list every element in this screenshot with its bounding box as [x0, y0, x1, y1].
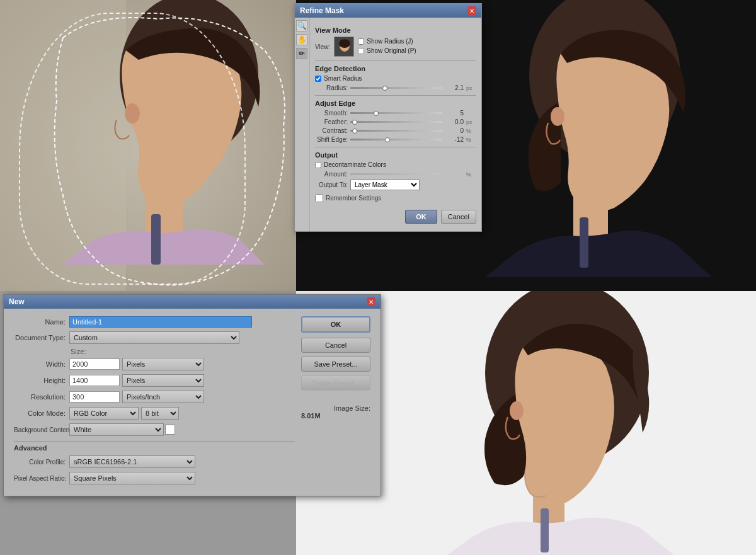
smooth-label: Smooth:: [315, 110, 348, 117]
photo-top-left: [0, 0, 296, 291]
name-row: Name:: [14, 316, 295, 328]
smart-radius-row: Smart Radius: [315, 75, 476, 82]
new-cancel-button[interactable]: Cancel: [301, 338, 370, 353]
size-text: Size:: [71, 348, 86, 355]
adjust-edge-header: Adjust Edge: [315, 100, 476, 107]
edge-detection-header: Edge Detection: [315, 65, 476, 72]
radius-thumb[interactable]: [382, 86, 387, 91]
new-dialog-close-button[interactable]: ✕: [367, 297, 375, 306]
height-unit-select[interactable]: Pixels: [122, 374, 204, 387]
refine-dialog-buttons: OK Cancel: [315, 207, 476, 226]
resolution-unit-select[interactable]: Pixels/Inch: [122, 391, 204, 403]
doc-type-label: Document Type:: [14, 334, 69, 341]
bg-contents-select[interactable]: White: [69, 423, 164, 436]
refine-dialog-title: Refine Mask: [300, 6, 344, 15]
feather-row: Feather: 0.0 px: [315, 118, 476, 125]
image-size-value: 8.01M: [301, 412, 370, 420]
width-input[interactable]: [69, 358, 120, 370]
color-profile-label: Color Profile:: [14, 459, 69, 466]
remember-label: Remember Settings: [326, 195, 381, 202]
radius-slider[interactable]: [350, 87, 442, 89]
name-label: Name:: [14, 318, 69, 326]
height-input[interactable]: [69, 375, 120, 386]
doc-type-select[interactable]: Custom: [69, 331, 239, 344]
view-mode-header: View Mode: [315, 26, 476, 34]
smart-radius-label: Smart Radius: [324, 75, 362, 82]
shift-edge-unit: %: [466, 137, 476, 143]
contrast-slider[interactable]: [350, 130, 442, 132]
output-to-row: Output To: Layer Mask: [315, 180, 476, 190]
svg-rect-2: [0, 0, 126, 291]
decontaminate-label: Decontaminate Colors: [324, 161, 386, 168]
smooth-row: Smooth: 5: [315, 110, 476, 117]
color-profile-select[interactable]: sRGB IEC61966-2.1: [69, 455, 195, 468]
show-original-checkbox[interactable]: [358, 48, 364, 54]
remember-checkbox[interactable]: [315, 194, 323, 202]
pixel-aspect-select[interactable]: Square Pixels: [69, 472, 195, 484]
new-ok-button[interactable]: OK: [301, 316, 370, 333]
resolution-label: Resolution:: [14, 393, 69, 401]
new-dialog-right-panel: OK Cancel Save Preset... Delete Preset..…: [301, 316, 370, 488]
new-delete-preset-button: Delete Preset...: [301, 375, 370, 391]
view-label: View:: [315, 43, 330, 50]
pixel-aspect-label: Pixel Aspect Ratio:: [14, 475, 69, 482]
radius-label: Radius:: [315, 84, 348, 91]
refine-dialog-close-button[interactable]: ✕: [467, 6, 476, 15]
bg-contents-row: Background Contents: White: [14, 423, 295, 436]
shift-edge-thumb[interactable]: [385, 137, 390, 142]
refine-dialog-titlebar: Refine Mask ✕: [295, 4, 481, 18]
feather-slider[interactable]: [350, 121, 442, 123]
feather-thumb[interactable]: [352, 120, 357, 125]
output-to-label: Output To:: [315, 181, 348, 188]
shift-edge-slider[interactable]: [350, 139, 442, 140]
output-header: Output: [315, 151, 476, 159]
svg-point-20: [339, 39, 350, 48]
contrast-value: 0: [445, 127, 464, 134]
smooth-slider[interactable]: [350, 112, 442, 114]
doc-type-row: Document Type: Custom: [14, 331, 295, 344]
bg-contents-label: Background Contents:: [14, 426, 69, 433]
pixel-aspect-row: Pixel Aspect Ratio: Square Pixels: [14, 472, 295, 484]
hand-tool[interactable]: ✋: [296, 34, 307, 45]
decontaminate-row: Decontaminate Colors: [315, 161, 476, 168]
contrast-unit: %: [466, 128, 476, 134]
contrast-label: Contrast:: [315, 127, 348, 134]
color-mode-select[interactable]: RGB Color: [69, 407, 139, 420]
name-input[interactable]: [69, 316, 252, 328]
refine-cancel-button[interactable]: Cancel: [441, 210, 476, 224]
new-save-preset-button[interactable]: Save Preset...: [301, 357, 370, 372]
brush-tool[interactable]: ✏: [296, 48, 307, 59]
svg-point-6: [125, 103, 140, 123]
shift-edge-label: Shift Edge:: [315, 136, 348, 143]
image-size-label: Image Size:: [301, 404, 370, 412]
contrast-row: Contrast: 0 %: [315, 127, 476, 134]
bg-color-swatch[interactable]: [165, 425, 175, 435]
svg-rect-4: [145, 189, 183, 239]
amount-slider: [350, 173, 442, 175]
show-radius-checkbox[interactable]: [358, 38, 364, 45]
zoom-tool[interactable]: 🔍: [296, 20, 307, 31]
color-bit-select[interactable]: 8 bit: [141, 407, 179, 420]
new-dialog-title: New: [9, 297, 25, 306]
svg-rect-5: [151, 214, 161, 265]
advanced-header: Advanced: [14, 444, 295, 452]
width-unit-select[interactable]: Pixels: [122, 358, 204, 370]
output-to-select[interactable]: Layer Mask: [350, 180, 420, 190]
feather-value: 0.0: [445, 118, 464, 125]
smooth-thumb[interactable]: [374, 111, 379, 116]
refine-ok-button[interactable]: OK: [405, 210, 437, 224]
svg-point-11: [551, 107, 564, 126]
smart-radius-checkbox[interactable]: [315, 76, 321, 82]
amount-unit: %: [466, 171, 476, 178]
color-mode-label: Color Mode:: [14, 409, 69, 417]
resolution-row: Resolution: Pixels/Inch: [14, 391, 295, 403]
radius-row: Radius: 2.1 px: [315, 84, 476, 91]
new-document-dialog: New ✕ Name: Document Type: Custom Size:: [3, 294, 381, 496]
radius-value: 2.1: [445, 84, 464, 91]
color-profile-row: Color Profile: sRGB IEC61966-2.1: [14, 455, 295, 468]
width-row: Width: Pixels: [14, 358, 295, 370]
resolution-input[interactable]: [69, 391, 120, 403]
view-thumbnail[interactable]: [334, 37, 354, 57]
contrast-thumb[interactable]: [352, 129, 357, 134]
decontaminate-checkbox[interactable]: [315, 162, 321, 168]
